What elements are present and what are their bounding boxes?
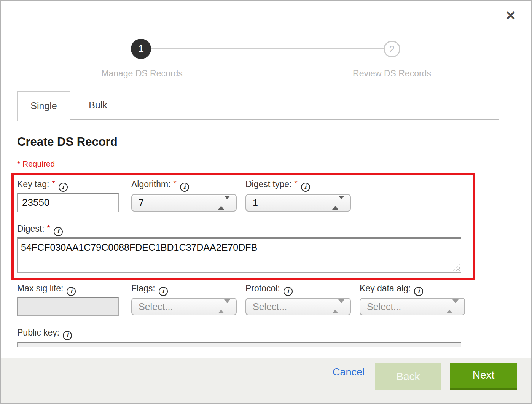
stepper-step-1-label: Manage DS Records [94,68,190,79]
protocol-select[interactable]: Select... [245,298,351,315]
protocol-label: Protocol: [245,283,293,296]
digest-type-label: Digest type:* [245,179,310,192]
stepper-connector-line [151,48,384,49]
info-icon[interactable] [414,287,423,296]
page-title: Create DS Record [17,135,118,149]
public-key-label-text: Public key: [17,328,59,337]
select-arrows-icon [218,303,230,310]
select-arrows-icon [332,199,344,206]
required-asterisk: * [52,179,55,188]
algorithm-select[interactable]: 7 [131,194,237,212]
protocol-select-value: Select... [253,301,287,312]
info-icon[interactable] [54,227,63,236]
digest-type-select[interactable]: 1 [245,194,351,212]
key-data-alg-select[interactable]: Select... [360,298,465,315]
key-data-alg-label: Key data alg: [360,283,423,296]
key-data-alg-select-value: Select... [367,301,401,312]
back-button[interactable]: Back [375,363,441,390]
info-icon[interactable] [284,287,293,296]
algorithm-select-value: 7 [139,197,144,208]
digest-textarea[interactable]: 54FCF030AA1C79C0088FDEC1BD1C37DAA2E70DFB [17,237,461,273]
key-tag-label-text: Key tag: [17,179,49,189]
text-cursor [258,242,258,253]
algorithm-label: Algorithm:* [131,179,189,192]
key-tag-input[interactable]: 23550 [17,193,119,212]
stepper-step-2-circle: 2 [384,41,400,57]
digest-type-label-text: Digest type: [245,179,291,189]
required-asterisk: * [47,223,50,232]
digest-value: 54FCF030AA1C79C0088FDEC1BD1C37DAA2E70DFB [21,242,257,253]
info-icon[interactable] [301,183,310,192]
protocol-label-text: Protocol: [245,283,280,293]
flags-select[interactable]: Select... [131,298,237,315]
public-key-label: Public key: [17,328,72,340]
digest-label: Digest:* [17,223,63,236]
public-key-textarea[interactable] [17,342,461,347]
max-sig-life-label: Max sig life: [17,283,76,296]
digest-type-select-value: 1 [253,197,258,208]
digest-label-text: Digest: [17,224,45,234]
required-asterisk: * [294,179,297,188]
info-icon[interactable] [67,287,76,296]
next-button[interactable]: Next [450,363,517,390]
tab-single[interactable]: Single [17,91,70,121]
key-tag-label: Key tag:* [17,179,68,192]
select-arrows-icon [332,303,344,310]
stepper-step-1-circle: 1 [131,39,151,59]
flags-select-value: Select... [139,301,173,312]
flags-label: Flags: [131,283,168,296]
tab-bottom-divider [17,119,499,120]
modal-footer: Cancel Back Next [1,358,531,404]
info-icon[interactable] [59,183,68,192]
create-ds-record-modal: ✕ 1 2 Manage DS Records Review DS Record… [0,0,532,404]
algorithm-label-text: Algorithm: [131,179,171,189]
info-icon[interactable] [180,183,189,192]
info-icon[interactable] [63,331,72,340]
tab-bulk[interactable]: Bulk [70,91,126,119]
select-arrows-icon [446,303,459,310]
required-asterisk: * [174,179,177,188]
flags-label-text: Flags: [131,283,155,293]
key-data-alg-label-text: Key data alg: [360,283,411,293]
max-sig-life-input[interactable] [17,297,119,316]
resize-handle-icon[interactable] [453,264,460,271]
info-icon[interactable] [159,287,168,296]
max-sig-life-label-text: Max sig life: [17,283,63,293]
required-note: * Required [17,159,55,169]
select-arrows-icon [218,199,230,206]
stepper-step-2-label: Review DS Records [344,68,440,79]
close-icon[interactable]: ✕ [505,9,516,22]
cancel-button[interactable]: Cancel [333,366,365,378]
